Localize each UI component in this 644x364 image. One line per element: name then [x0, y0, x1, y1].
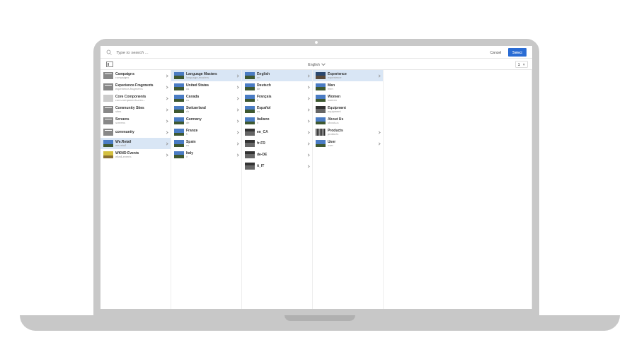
- select-button[interactable]: Select: [508, 48, 527, 57]
- svg-line-1: [110, 53, 112, 54]
- language-dropdown[interactable]: English: [308, 62, 324, 66]
- list-item[interactable]: Community Sitessites: [100, 104, 171, 115]
- list-item[interactable]: Germanyde: [171, 115, 241, 127]
- item-labels: We.Retailwe-retail: [115, 140, 163, 147]
- list-item[interactable]: Equipmentequipment: [313, 104, 383, 115]
- list-item[interactable]: Experience Fragmentsexperience-fragments: [100, 81, 171, 93]
- thumbnail: [103, 72, 113, 79]
- item-title: it_IT: [257, 164, 305, 168]
- list-item[interactable]: About Usabout-us: [313, 115, 383, 127]
- cancel-button[interactable]: Cancel: [488, 49, 505, 56]
- list-item[interactable]: Englishen: [242, 70, 312, 81]
- list-item[interactable]: Deutschde: [242, 81, 312, 93]
- chevron-right-icon: [236, 108, 238, 111]
- item-subtitle: equipment: [328, 110, 380, 113]
- item-labels: Community Sitessites: [115, 106, 163, 113]
- item-subtitle: fr: [186, 133, 234, 136]
- item-labels: Englishen: [257, 72, 305, 79]
- item-subtitle: de: [257, 88, 305, 90]
- list-item[interactable]: Francefr: [171, 127, 241, 138]
- close-icon[interactable]: ×: [522, 62, 525, 66]
- item-labels: Experienceexperience: [328, 72, 376, 79]
- list-item[interactable]: United Statesus: [171, 81, 241, 93]
- item-labels: WKND Eventswknd-events: [115, 151, 163, 158]
- list-item[interactable]: Switzerlandch: [171, 104, 241, 115]
- list-item[interactable]: Françaisfr: [242, 93, 312, 104]
- chevron-right-icon: [377, 74, 380, 77]
- selection-count[interactable]: 1 ×: [515, 61, 528, 68]
- list-item[interactable]: Spaines: [171, 138, 241, 149]
- chevron-right-icon: [306, 142, 309, 145]
- list-item[interactable]: Italyit: [171, 149, 241, 160]
- item-labels: Deutschde: [257, 83, 305, 90]
- item-subtitle: de: [186, 122, 234, 124]
- item-subtitle: experience: [328, 76, 376, 79]
- app-screen: Cancel Select English 1 × Campaignscampa…: [100, 46, 532, 309]
- item-subtitle: it: [186, 155, 234, 158]
- list-item[interactable]: Campaignscampaigns: [100, 70, 171, 81]
- chevron-right-icon: [236, 142, 238, 145]
- list-item[interactable]: Productsproducts: [313, 127, 383, 138]
- search-input[interactable]: [116, 50, 483, 54]
- list-item[interactable]: We.Retailwe-retail: [100, 138, 171, 149]
- thumbnail: [316, 95, 326, 102]
- item-labels: Germanyde: [186, 117, 234, 124]
- item-subtitle: sites: [115, 110, 163, 113]
- chevron-right-icon: [377, 142, 380, 145]
- list-item[interactable]: Experienceexperience: [313, 70, 383, 81]
- chevron-right-icon: [165, 131, 168, 134]
- thumbnail: [316, 117, 326, 124]
- list-item[interactable]: en_CA: [242, 127, 312, 138]
- list-item[interactable]: WKND Eventswknd-events: [100, 149, 171, 160]
- list-item[interactable]: de-DE: [242, 149, 312, 160]
- list-item[interactable]: fr-FR: [242, 138, 312, 149]
- thumbnail: [103, 83, 113, 90]
- item-subtitle: ch: [186, 110, 234, 113]
- chevron-right-icon: [165, 119, 168, 122]
- thumbnail: [103, 95, 113, 102]
- column-view-toggle[interactable]: [106, 61, 113, 67]
- list-item[interactable]: Screensscreens: [100, 115, 171, 127]
- list-item[interactable]: Españoles: [242, 104, 312, 115]
- thumbnail: [245, 151, 255, 158]
- item-labels: Productsproducts: [328, 129, 376, 136]
- chevron-right-icon: [165, 108, 168, 111]
- item-labels: Equipmentequipment: [328, 106, 380, 113]
- thumbnail: [316, 140, 326, 147]
- laptop-frame: Cancel Select English 1 × Campaignscampa…: [93, 39, 539, 316]
- item-subtitle: language-masters: [186, 76, 234, 79]
- item-subtitle: products: [328, 133, 376, 136]
- list-item[interactable]: Core Componentscore-components-exa...: [100, 93, 171, 104]
- thumbnail: [245, 129, 255, 136]
- list-item[interactable]: Canadaca: [171, 93, 241, 104]
- column-browser: CampaignscampaignsExperience Fragmentsex…: [100, 70, 532, 309]
- list-item[interactable]: Italianoit: [242, 115, 312, 127]
- list-item[interactable]: community: [100, 127, 171, 138]
- item-labels: it_IT: [257, 164, 305, 168]
- item-labels: Experience Fragmentsexperience-fragments: [115, 83, 163, 90]
- item-labels: en_CA: [257, 130, 305, 134]
- item-labels: Canadaca: [186, 95, 234, 102]
- chevron-right-icon: [306, 108, 309, 111]
- item-labels: Screensscreens: [115, 117, 163, 124]
- item-labels: Françaisfr: [257, 95, 305, 102]
- thumbnail: [103, 106, 113, 113]
- chevron-right-icon: [165, 97, 168, 100]
- item-labels: Switzerlandch: [186, 106, 234, 113]
- list-item[interactable]: it_IT: [242, 160, 312, 172]
- item-labels: Spaines: [186, 140, 234, 147]
- item-title: de-DE: [257, 153, 305, 157]
- thumbnail: [245, 117, 255, 124]
- item-labels: Useruser: [328, 140, 376, 147]
- list-item[interactable]: Menmen: [313, 81, 383, 93]
- list-item[interactable]: Useruser: [313, 138, 383, 149]
- list-item[interactable]: Womenwomen: [313, 93, 383, 104]
- chevron-right-icon: [306, 86, 309, 88]
- chevron-right-icon: [165, 142, 168, 145]
- thumbnail: [316, 129, 326, 136]
- column-0: CampaignscampaignsExperience Fragmentsex…: [100, 70, 171, 309]
- chevron-right-icon: [306, 131, 309, 134]
- chevron-right-icon: [165, 86, 168, 88]
- list-item[interactable]: Language Masterslanguage-masters: [171, 70, 241, 81]
- thumbnail: [174, 140, 184, 147]
